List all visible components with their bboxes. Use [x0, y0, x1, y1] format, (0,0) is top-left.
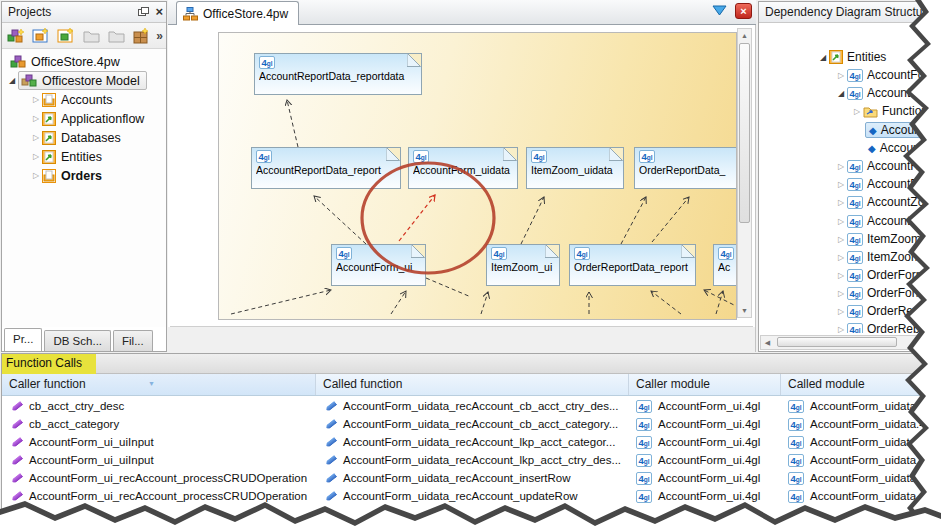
- diagram-node-accountreportdata-report[interactable]: 4gl AccountReportData_report: [251, 147, 401, 189]
- diagram-node-itemzoom-uidata[interactable]: 4gl ItemZoom_uidata: [526, 147, 624, 189]
- collapsed-twisty-icon[interactable]: [835, 307, 847, 316]
- horizontal-scrollbar-thumb[interactable]: [777, 337, 897, 347]
- new-library-icon[interactable]: [56, 26, 76, 46]
- toolbar-overflow-icon[interactable]: [156, 29, 163, 43]
- expanded-twisty-icon[interactable]: [817, 53, 829, 62]
- structure-item[interactable]: 4gl OrderRepor: [759, 302, 939, 320]
- diagram-node-accountform-uidata[interactable]: 4gl AccountForm_uidata: [408, 147, 518, 189]
- 4gl-file-icon: 4gl: [788, 400, 804, 413]
- application-window: Projects: [0, 0, 941, 529]
- open-folder-icon[interactable]: [106, 26, 126, 46]
- model-icon: [21, 73, 37, 88]
- new-program-icon[interactable]: [31, 26, 51, 46]
- scroll-left-icon[interactable]: [761, 336, 774, 349]
- structure-item[interactable]: 4gl OrderRepor: [759, 320, 939, 333]
- structure-item[interactable]: 4gl AccountRep: [759, 175, 939, 193]
- collapsed-twisty-icon[interactable]: [835, 162, 847, 171]
- tree-item-officestore-model[interactable]: Officestore Model: [2, 71, 166, 90]
- left-panel-tabs: Pr... DB Sch... Fil...: [4, 328, 155, 351]
- collapsed-twisty-icon[interactable]: [835, 180, 847, 189]
- structure-item[interactable]: 4gl ItemZoom_: [759, 230, 939, 248]
- column-header-called-function[interactable]: Called function: [316, 374, 629, 395]
- collapsed-twisty-icon[interactable]: [835, 198, 847, 207]
- close-tab-button[interactable]: [735, 3, 752, 19]
- collapsed-twisty-icon[interactable]: [30, 171, 42, 180]
- tree-item-officestore-4pw[interactable]: OfficeStore.4pw: [2, 52, 166, 71]
- tab-list-dropdown-icon[interactable]: [712, 5, 727, 17]
- vertical-scrollbar-thumb[interactable]: [739, 43, 750, 223]
- function-call-row[interactable]: cb_acct_ctry_desc AccountForm_uidata_rec…: [2, 397, 939, 415]
- structure-item-entities[interactable]: Entities: [759, 48, 939, 66]
- function-call-row[interactable]: AccountForm_ui_uiInput AccountForm_uidat…: [2, 433, 939, 451]
- tree-item-applicationflow[interactable]: Applicationflow: [2, 109, 166, 128]
- collapsed-twisty-icon[interactable]: [835, 235, 847, 244]
- column-header-caller-function[interactable]: Caller function: [2, 374, 316, 395]
- float-panel-icon[interactable]: [138, 7, 149, 17]
- structure-item[interactable]: 4gl OrderForm_: [759, 284, 939, 302]
- function-call-row[interactable]: AccountForm_ui_uiInput AccountForm_uidat…: [2, 451, 939, 469]
- structure-item[interactable]: 4gl AccountZoo: [759, 193, 939, 211]
- structure-item[interactable]: Account: [759, 139, 939, 157]
- collapsed-twisty-icon[interactable]: [30, 95, 42, 104]
- close-panel-icon[interactable]: [155, 5, 163, 18]
- tree-item-orders[interactable]: Orders: [2, 166, 166, 185]
- diagram-node-accountform-ui[interactable]: 4gl AccountForm_ui: [331, 244, 426, 286]
- tab-files[interactable]: Fil...: [113, 330, 153, 351]
- scroll-up-icon[interactable]: [738, 29, 751, 42]
- structure-item[interactable]: 4gl AccountZoo: [759, 212, 939, 230]
- projects-tree: OfficeStore.4pw Officestore Model Accoun…: [2, 49, 166, 327]
- collapsed-twisty-icon[interactable]: [30, 133, 42, 142]
- 4gl-file-icon: 4gl: [636, 400, 652, 413]
- structure-horizontal-scrollbar[interactable]: [760, 335, 938, 350]
- 4gl-file-icon: 4gl: [847, 196, 863, 209]
- structure-item-selected[interactable]: Account: [759, 121, 939, 139]
- collapsed-twisty-icon[interactable]: [30, 152, 42, 161]
- structure-item[interactable]: 4gl AccountRep: [759, 157, 939, 175]
- structure-item-functions[interactable]: Function: [759, 102, 939, 120]
- diagram-node-clipped[interactable]: 4gl Ac: [713, 244, 737, 286]
- group-doc-icon: [42, 169, 56, 183]
- collapsed-twisty-icon[interactable]: [30, 114, 42, 123]
- column-header-called-module[interactable]: Called module: [781, 374, 939, 395]
- page-fold-icon: [411, 244, 426, 259]
- collapsed-twisty-icon[interactable]: [835, 271, 847, 280]
- tab-db-schema[interactable]: DB Sch...: [44, 330, 111, 351]
- structure-item[interactable]: 4gl ItemZoom_: [759, 248, 939, 266]
- collapsed-twisty-icon[interactable]: [835, 289, 847, 298]
- column-header-caller-module[interactable]: Caller module: [629, 374, 781, 395]
- new-project-icon[interactable]: [6, 26, 26, 46]
- diagram-node-accountreportdata-reportdata[interactable]: 4gl AccountReportData_reportdata: [254, 53, 422, 95]
- diagram-canvas[interactable]: 4gl AccountReportData_reportdata 4gl Acc…: [218, 32, 737, 320]
- caller-function-icon: [11, 418, 24, 429]
- diagram-vertical-scrollbar[interactable]: [737, 28, 752, 318]
- scroll-down-icon[interactable]: [738, 304, 751, 317]
- document-tab-officestore[interactable]: OfficeStore.4pw: [176, 1, 299, 25]
- document-tab-bar: OfficeStore.4pw: [168, 0, 756, 25]
- structure-item[interactable]: 4gl AccountFor: [759, 66, 939, 84]
- entity-diamond-icon: [869, 125, 877, 136]
- 4gl-file-icon: 4gl: [788, 490, 804, 503]
- collapsed-twisty-icon[interactable]: [835, 71, 847, 80]
- function-call-row[interactable]: AccountForm_ui_recAccount_processCRUDOpe…: [2, 469, 939, 487]
- diagram-node-orderreportdata[interactable]: 4gl OrderReportData_: [634, 147, 737, 189]
- open-group-icon[interactable]: [81, 26, 101, 46]
- collapsed-twisty-icon[interactable]: [851, 107, 863, 116]
- tree-item-accounts[interactable]: Accounts: [2, 90, 166, 109]
- tree-item-databases[interactable]: Databases: [2, 128, 166, 147]
- expanded-twisty-icon[interactable]: [6, 76, 18, 85]
- package-icon[interactable]: [131, 26, 151, 46]
- diagram-node-itemzoom-ui[interactable]: 4gl ItemZoom_ui: [486, 244, 560, 286]
- structure-item[interactable]: 4gl AccountFor: [759, 84, 939, 102]
- function-call-row[interactable]: AccountForm_ui_recAccount_processCRUDOpe…: [2, 487, 939, 505]
- function-call-row[interactable]: cb_acct_category AccountForm_uidata_recA…: [2, 415, 939, 433]
- collapsed-twisty-icon[interactable]: [835, 325, 847, 334]
- expanded-twisty-icon[interactable]: [835, 89, 847, 98]
- diagram-node-orderreportdata-report[interactable]: 4gl OrderReportData_report: [569, 244, 696, 286]
- projects-panel: Projects: [1, 1, 167, 352]
- collapsed-twisty-icon[interactable]: [835, 217, 847, 226]
- collapsed-twisty-icon[interactable]: [835, 253, 847, 262]
- tree-item-entities[interactable]: Entities: [2, 147, 166, 166]
- function-calls-header: Function Calls: [2, 354, 939, 374]
- tab-projects[interactable]: Pr...: [4, 328, 42, 351]
- structure-item[interactable]: 4gl OrderForm_: [759, 266, 939, 284]
